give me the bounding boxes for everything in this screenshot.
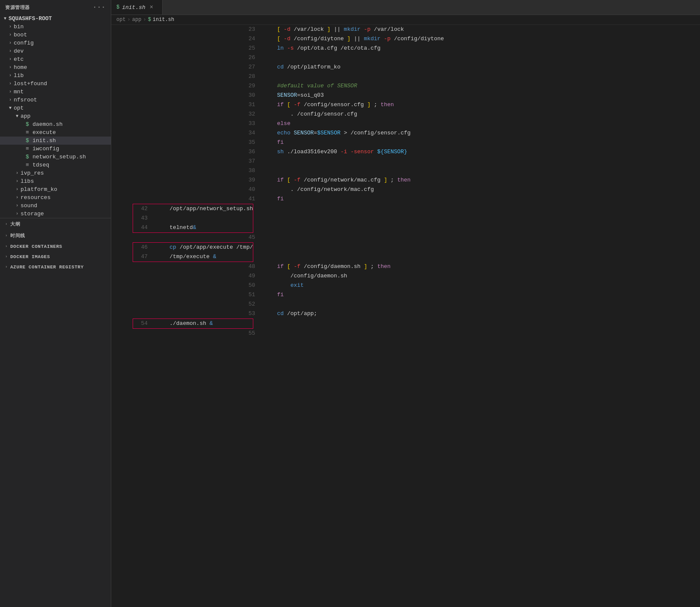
mnt-label: mnt — [14, 89, 24, 95]
sidebar-menu-button[interactable]: ··· — [93, 3, 106, 11]
tree-item-network-setup-sh[interactable]: $ network_setup.sh — [0, 153, 111, 161]
code-line-36: 36 sh ./load3516ev200 -i -sensor ${SENSO… — [111, 147, 700, 157]
ln-29: 29 — [111, 81, 262, 91]
breadcrumb-app[interactable]: app — [132, 17, 142, 23]
lc-26 — [262, 53, 700, 62]
section-timeline[interactable]: › 时间线 — [0, 230, 111, 241]
breadcrumb-file: init.sh — [153, 17, 174, 23]
code-line-43: 43 — [133, 214, 253, 223]
tab-init-sh[interactable]: $ init.sh × — [111, 0, 163, 15]
tree-item-storage[interactable]: › storage — [0, 210, 111, 218]
network-setup-label: network_setup.sh — [33, 154, 86, 160]
ln-34: 34 — [111, 128, 262, 138]
config-label: config — [14, 40, 34, 46]
lc-32: . /config/sensor.cfg — [262, 110, 700, 119]
resources-label: resources — [21, 194, 50, 201]
tree-item-home[interactable]: › home — [0, 63, 111, 71]
breadcrumb-sep1: › — [128, 17, 131, 23]
nfsroot-label: nfsroot — [14, 97, 37, 103]
timeline-label: 时间线 — [10, 232, 25, 239]
tree-item-boot[interactable]: › boot — [0, 31, 111, 39]
section-azure-registry[interactable]: › AZURE CONTAINER REGISTRY — [0, 262, 111, 272]
lc-44: telnetd& — [154, 223, 253, 232]
ln-35: 35 — [111, 138, 262, 147]
ln-27: 27 — [111, 62, 262, 72]
code-container[interactable]: 23 [ -d /var/lock ] || mkdir -p /var/loc… — [111, 25, 700, 607]
lc-53: cd /opt/app; — [262, 309, 700, 318]
tree-item-app[interactable]: ▼ app — [0, 112, 111, 120]
tree-item-daemon-sh[interactable]: $ daemon.sh — [0, 120, 111, 128]
section-outline[interactable]: › 大纲 — [0, 218, 111, 230]
boot-arrow: › — [7, 33, 14, 37]
tab-name: init.sh — [122, 4, 145, 11]
ln-37: 37 — [111, 157, 262, 166]
platform-ko-label: platform_ko — [21, 186, 57, 193]
ln-48: 48 — [111, 262, 262, 271]
root-label: SQUASHFS-ROOT — [9, 15, 52, 22]
tree-item-mnt[interactable]: › mnt — [0, 88, 111, 96]
app-label: app — [21, 113, 30, 119]
tree-item-opt[interactable]: ▼ opt — [0, 104, 111, 112]
tree-item-iwconfig[interactable]: ≡ iwconfig — [0, 145, 111, 153]
nfsroot-arrow: › — [7, 98, 14, 102]
tab-bar: $ init.sh × — [111, 0, 700, 15]
libs-arrow: › — [14, 179, 21, 184]
tree-item-resources[interactable]: › resources — [0, 193, 111, 202]
lostfound-arrow: › — [7, 81, 14, 86]
tree-item-sound[interactable]: › sound — [0, 202, 111, 210]
code-line-38: 38 — [111, 166, 700, 176]
code-line-55: 55 — [111, 329, 700, 338]
code-line-51: 51 fi — [111, 290, 700, 300]
tree-item-config[interactable]: › config — [0, 39, 111, 47]
libs-label: libs — [21, 178, 34, 184]
lostfound-label: lost+found — [14, 80, 47, 87]
tree-item-lostfound[interactable]: › lost+found — [0, 80, 111, 88]
ln-41: 41 — [111, 194, 262, 204]
code-line-29: 29 #default value of SENSOR — [111, 81, 700, 91]
ln-52: 52 — [111, 300, 262, 309]
lc-24: [ -d /config/diytone ] || mkdir -p /conf… — [262, 34, 700, 44]
sidebar: 资源管理器 ··· ▼ SQUASHFS-ROOT › bin › boot ›… — [0, 0, 111, 607]
section-docker-images[interactable]: › DOCKER IMAGES — [0, 252, 111, 262]
sound-label: sound — [21, 202, 37, 209]
storage-label: storage — [21, 211, 44, 217]
tree-item-dev[interactable]: › dev — [0, 47, 111, 55]
ln-49: 49 — [111, 271, 262, 281]
root-arrow: ▼ — [2, 16, 9, 21]
code-line-35: 35 fi — [111, 138, 700, 147]
code-line-41: 41 fi — [111, 194, 700, 204]
lc-48: if [ -f /config/daemon.sh ] ; then — [262, 262, 700, 271]
lc-37 — [262, 157, 700, 166]
ln-53: 53 — [111, 309, 262, 318]
tree-item-lib[interactable]: › lib — [0, 71, 111, 80]
tree-item-execute[interactable]: ≡ execute — [0, 128, 111, 137]
highlight-box-2: 46 cp /opt/app/execute /tmp/ 47 /tmp/exe… — [133, 242, 253, 262]
breadcrumb-opt[interactable]: opt — [116, 17, 126, 23]
tree-item-init-sh[interactable]: $ init.sh — [0, 137, 111, 145]
tree-root-squashfs[interactable]: ▼ SQUASHFS-ROOT — [0, 15, 111, 23]
tree-item-ivp-res[interactable]: › ivp_res — [0, 169, 111, 177]
tdseq-label: tdseq — [33, 162, 49, 168]
section-docker-containers[interactable]: › DOCKER CONTAINERS — [0, 241, 111, 252]
tree-item-nfsroot[interactable]: › nfsroot — [0, 96, 111, 104]
config-arrow: › — [7, 41, 14, 45]
lc-42: /opt/app/network_setup.sh — [154, 204, 253, 214]
tree-item-platform-ko[interactable]: › platform_ko — [0, 185, 111, 193]
code-line-39: 39 if [ -f /config/network/mac.cfg ] ; t… — [111, 176, 700, 185]
tree-item-etc[interactable]: › etc — [0, 55, 111, 63]
tree-item-bin[interactable]: › bin — [0, 23, 111, 31]
code-line-24: 24 [ -d /config/diytone ] || mkdir -p /c… — [111, 34, 700, 44]
lc-39: if [ -f /config/network/mac.cfg ] ; then — [262, 176, 700, 185]
bin-label: bin — [14, 24, 24, 30]
code-line-42: 42 /opt/app/network_setup.sh — [133, 204, 253, 214]
tree-item-libs[interactable]: › libs — [0, 177, 111, 185]
iwconfig-icon: ≡ — [24, 146, 31, 152]
tree-item-tdseq[interactable]: ≡ tdseq — [0, 161, 111, 169]
sound-arrow: › — [14, 203, 21, 208]
code-line-26: 26 — [111, 53, 700, 62]
tab-close-button[interactable]: × — [150, 4, 153, 11]
outline-arrow: › — [5, 222, 8, 226]
ln-50: 50 — [111, 281, 262, 290]
init-sh-icon: $ — [24, 137, 31, 144]
code-line-32: 32 . /config/sensor.cfg — [111, 110, 700, 119]
